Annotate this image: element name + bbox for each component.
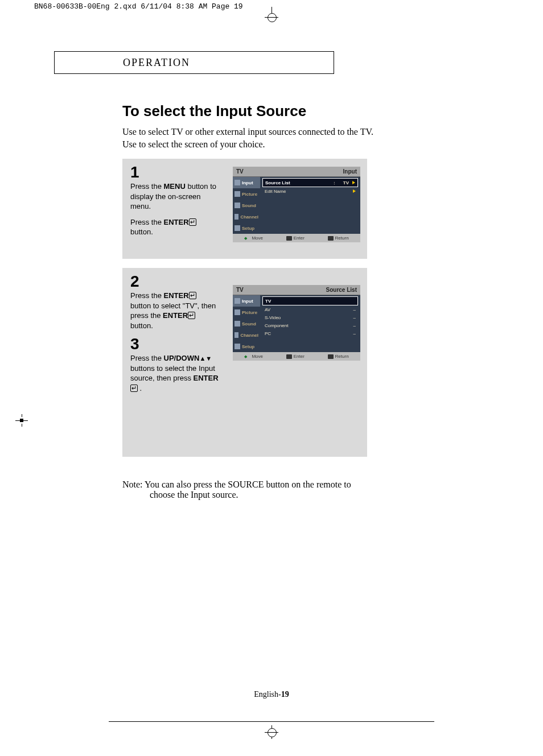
enter-button-label: ENTER (194, 374, 219, 382)
osd-side-nav: Input Picture Sound Channel Setup (233, 295, 260, 352)
note-line-2: choose the Input source. (150, 490, 492, 500)
return-key-icon (328, 236, 334, 241)
osd-status-tv: TV (236, 168, 244, 175)
osd-side-setup: Setup (233, 341, 260, 352)
row-value: TV (343, 180, 349, 185)
row-value: – (353, 323, 356, 328)
key-label: Enter (294, 354, 305, 359)
picture-icon (235, 191, 240, 197)
side-label: Setup (242, 226, 254, 231)
osd-side-input: Input (233, 295, 260, 307)
text-fragment: Press the (130, 354, 164, 362)
osd-title-bar: TV Source List (233, 285, 360, 295)
osd-main-panel: TV AV – S-Video – (260, 295, 360, 352)
osd-menu-source-list: TV Source List Input Picture Sound Chann… (233, 285, 360, 361)
osd-title: Input (343, 168, 357, 175)
intro-line-2: Use to select the screen of your choice. (122, 139, 492, 150)
side-label: Sound (242, 321, 256, 327)
osd-key-enter: Enter (286, 236, 305, 241)
enter-button-label: ENTER (164, 218, 189, 226)
page-number-prefix: English- (254, 690, 281, 699)
enter-key-icon (286, 354, 292, 359)
osd-side-channel: Channel (233, 211, 260, 222)
enter-key-icon (286, 236, 292, 241)
side-label: Channel (240, 333, 258, 338)
osd-row-source-list: Source List : TV (262, 178, 358, 187)
move-icon (244, 236, 250, 241)
osd-row-component: Component – (262, 321, 358, 329)
side-label: Sound (242, 203, 256, 208)
key-label: Move (252, 354, 263, 359)
row-value: – (353, 331, 356, 336)
input-icon (235, 298, 240, 304)
note: Note: You can also press the SOURCE butt… (122, 480, 492, 500)
move-icon (244, 354, 250, 359)
step-1-block: 1 Press the MENU button to display the o… (122, 159, 367, 259)
osd-key-move: Move (244, 354, 263, 359)
section-header-box: OPERATION (54, 51, 334, 74)
step-1-text: Press the MENU button to display the on-… (130, 181, 219, 237)
page: BN68-00633B-00Eng 2.qxd 6/11/04 8:38 AM … (0, 0, 543, 756)
key-label: Enter (294, 236, 305, 241)
intro-line-1: Use to select TV or other external input… (122, 127, 492, 137)
row-label: Source List (265, 180, 290, 185)
picture-icon (235, 309, 240, 315)
crop-line-bottom (109, 721, 434, 722)
note-line-1: Note: You can also press the SOURCE butt… (122, 480, 492, 490)
step-3-text: Press the UP/DOWN▲▼ buttons to select th… (130, 353, 219, 393)
osd-footer: Move Enter Return (233, 234, 360, 242)
sound-icon (235, 203, 240, 208)
row-label: S-Video (265, 315, 281, 320)
up-down-arrows-icon: ▲▼ (199, 355, 212, 362)
osd-title-bar: TV Input (233, 167, 360, 177)
osd-key-move: Move (244, 236, 263, 241)
text-fragment: Press the (130, 182, 164, 191)
registration-mark-left (15, 414, 28, 427)
setup-icon (235, 225, 240, 231)
updown-button-label: UP/DOWN (164, 354, 200, 362)
osd-row-av: AV – (262, 305, 358, 313)
sound-icon (235, 321, 240, 327)
enter-button-label: ENTER (164, 291, 189, 300)
osd-row-pc: PC – (262, 329, 358, 337)
osd-key-return: Return (328, 354, 349, 359)
channel-icon (235, 214, 238, 220)
side-label: Picture (242, 192, 257, 197)
step-2-3-block: 2 Press the ENTER↵ button to select "TV"… (122, 268, 367, 457)
osd-row-svideo: S-Video – (262, 313, 358, 321)
channel-icon (235, 332, 238, 338)
osd-body: Input Picture Sound Channel Setup TV (233, 295, 360, 352)
arrow-right-icon (352, 181, 355, 184)
arrow-right-icon (353, 189, 356, 193)
osd-side-nav: Input Picture Sound Channel Setup (233, 177, 260, 234)
key-label: Move (252, 236, 263, 241)
section-header: OPERATION (123, 57, 190, 69)
page-title: To select the Input Source (122, 102, 492, 120)
osd-side-picture: Picture (233, 188, 260, 200)
page-number-value: 19 (281, 690, 289, 699)
osd-side-sound: Sound (233, 318, 260, 329)
osd-side-channel: Channel (233, 329, 260, 341)
osd-menu-input: TV Input Input Picture Sound Channel Set… (233, 167, 360, 242)
input-icon (235, 180, 240, 185)
key-label: Return (335, 236, 349, 241)
text-fragment: button. (130, 228, 153, 236)
osd-body: Input Picture Sound Channel Setup Source… (233, 177, 360, 234)
side-label: Input (242, 180, 253, 185)
menu-button-label: MENU (164, 182, 186, 191)
osd-side-setup: Setup (233, 222, 260, 234)
row-value: – (353, 315, 356, 320)
print-header: BN68-00633B-00Eng 2.qxd 6/11/04 8:38 AM … (34, 2, 243, 11)
text-fragment: button. (130, 321, 153, 330)
osd-side-input: Input (233, 177, 260, 188)
key-label: Return (335, 354, 349, 359)
page-number: English-19 (254, 690, 289, 699)
enter-icon: ↵ (189, 292, 196, 299)
osd-title: Source List (326, 287, 357, 293)
osd-side-picture: Picture (233, 307, 260, 318)
osd-status-tv: TV (236, 287, 244, 293)
side-label: Channel (240, 214, 258, 220)
return-key-icon (328, 354, 334, 359)
intro-text: Use to select TV or other external input… (122, 127, 492, 150)
row-value: – (353, 307, 356, 312)
